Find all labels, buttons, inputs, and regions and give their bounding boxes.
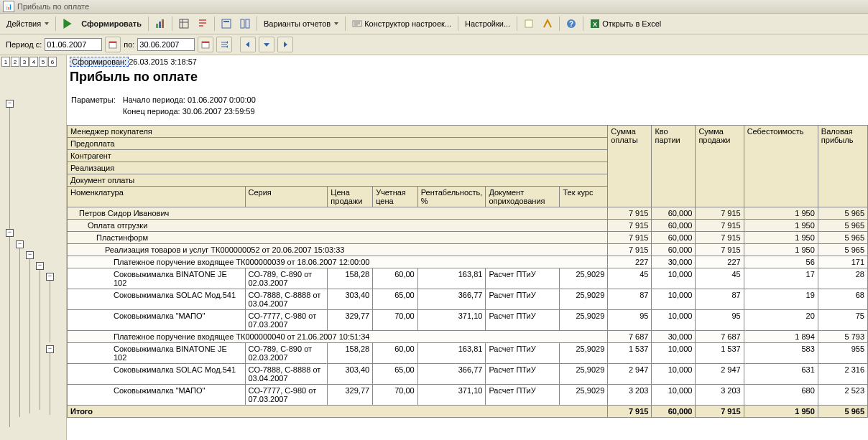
calendar-to-icon[interactable] — [198, 37, 213, 52]
actions-menu[interactable]: Действия — [3, 15, 52, 32]
chart-icon[interactable] — [152, 15, 169, 32]
tool-icon-3[interactable] — [218, 15, 235, 32]
report-table: Менеджер покупателя Сумма оплаты Кво пар… — [67, 125, 868, 418]
total-row: Итого7 91560,0007 9151 9505 965 — [68, 406, 868, 418]
detail-row[interactable]: Соковыжималка BINATONE JE 102CO-789, C-8… — [68, 343, 868, 364]
collapse-handle[interactable]: − — [26, 251, 34, 259]
tool-icon-5[interactable] — [520, 15, 537, 32]
dropdown-arrow-icon — [45, 22, 49, 25]
outline-gutter: 1 2 3 4 5 6 − − − − − − − — [0, 55, 67, 440]
dropdown-arrow-icon — [334, 22, 338, 25]
col-doc-in: Документ оприходования — [486, 187, 560, 207]
collapse-handle[interactable]: − — [16, 240, 24, 248]
outline-level-4[interactable]: 4 — [29, 57, 38, 67]
window-title-text: Прибыль по оплате — [17, 2, 89, 11]
svg-rect-0 — [156, 24, 158, 28]
col-group-realization: Реализация — [68, 162, 608, 174]
col-nomen: Номенклатура — [68, 187, 246, 207]
col-group-prepay: Предоплата — [68, 138, 608, 150]
svg-rect-4 — [222, 19, 231, 28]
report-body: Сформирован:26.03.2015 3:18:57 Прибыль п… — [67, 55, 868, 440]
group-row[interactable]: Петров Сидор Иванович7 91560,0007 9151 9… — [68, 207, 868, 220]
settings-button[interactable]: Настройки... — [461, 15, 514, 32]
svg-rect-5 — [223, 21, 229, 22]
period-select-icon[interactable] — [216, 37, 232, 52]
tool-icon-1[interactable] — [175, 15, 193, 32]
period-toolbar: Период с: по: — [0, 34, 868, 55]
formed-badge: Сформирован: — [70, 57, 129, 67]
col-gross: Валовая прибыль — [818, 126, 867, 207]
tool-icon-2[interactable] — [194, 15, 211, 32]
col-sum-pay: Сумма оплаты — [608, 126, 652, 207]
calendar-from-icon[interactable] — [105, 37, 121, 52]
detail-row[interactable]: Соковыжималка "МАПО"CO-7777, C-980 от 07… — [68, 310, 868, 331]
outline-level-3[interactable]: 3 — [20, 57, 29, 67]
col-series: Серия — [245, 187, 328, 207]
svg-text:?: ? — [569, 20, 573, 28]
detail-row[interactable]: Соковыжималка SOLAC Мод.541CO-7888, C-88… — [68, 364, 868, 385]
window-titlebar: 📊 Прибыль по оплате — [0, 0, 868, 14]
period-prev-icon[interactable] — [240, 37, 256, 52]
report-title: Прибыль по оплате — [70, 70, 865, 85]
period-down-icon[interactable] — [259, 37, 274, 52]
period-next-icon[interactable] — [277, 37, 293, 52]
outline-level-6[interactable]: 6 — [48, 57, 57, 67]
detail-row[interactable]: Соковыжималка SOLAC Мод.541CO-7888, C-88… — [68, 289, 868, 310]
col-price-acc: Учетная цена — [373, 187, 418, 207]
col-group-contractor: Контрагент — [68, 150, 608, 162]
play-icon[interactable] — [59, 15, 76, 32]
outline-level-1[interactable]: 1 — [1, 57, 10, 67]
open-excel-button[interactable]: XОткрыть в Excel — [586, 15, 665, 32]
tool-icon-6[interactable] — [539, 15, 556, 32]
svg-rect-2 — [162, 19, 164, 28]
collapse-handle[interactable]: − — [46, 345, 54, 353]
group-row[interactable]: Платежное поручение входящее ТК000000040… — [68, 331, 868, 343]
group-row[interactable]: Платежное поручение входящее ТК000000039… — [68, 256, 868, 268]
collapse-handle[interactable]: − — [36, 262, 44, 270]
collapse-handle[interactable]: − — [6, 100, 14, 108]
svg-rect-17 — [202, 42, 209, 43]
period-to-label: по: — [124, 40, 134, 49]
col-cost: Себестоимость — [744, 126, 818, 207]
detail-row[interactable]: Соковыжималка "МАПО"CO-7777, C-980 от 07… — [68, 385, 868, 406]
group-row[interactable]: Пластинформ7 91560,0007 9151 9505 965 — [68, 232, 868, 244]
svg-rect-15 — [109, 42, 116, 43]
col-profitability: Рентабельность, % — [417, 187, 486, 207]
col-rate: Тек курс — [560, 187, 608, 207]
collapse-handle[interactable]: − — [46, 273, 54, 281]
form-button[interactable]: Сформировать — [78, 15, 145, 32]
report-params: Параметры:Начало периода: 01.06.2007 0:0… — [70, 93, 263, 118]
constructor-button[interactable]: Конструктор настроек... — [348, 15, 455, 32]
col-price-sale: Цена продажи — [328, 187, 373, 207]
main-toolbar: Действия Сформировать Варианты отчетов К… — [0, 14, 868, 34]
outline-level-5[interactable]: 5 — [39, 57, 47, 67]
svg-text:X: X — [593, 21, 597, 28]
collapse-handle[interactable]: − — [6, 229, 14, 237]
app-icon: 📊 — [3, 1, 14, 12]
col-sum-sale: Сумма продажи — [696, 126, 744, 207]
col-group-manager: Менеджер покупателя — [68, 126, 608, 138]
group-row[interactable]: Реализация товаров и услуг ТК000000052 о… — [68, 244, 868, 256]
period-to-input[interactable] — [137, 38, 195, 51]
svg-rect-9 — [525, 20, 532, 27]
help-icon[interactable]: ? — [563, 15, 580, 32]
col-qty: Кво партии — [652, 126, 696, 207]
svg-rect-3 — [180, 19, 188, 28]
report-variants-menu[interactable]: Варианты отчетов — [260, 15, 342, 32]
svg-rect-1 — [159, 22, 161, 28]
period-from-input[interactable] — [45, 38, 102, 51]
col-group-paydoc: Документ оплаты — [68, 174, 608, 187]
report-area: 1 2 3 4 5 6 − − − − − − − Сформирован:26… — [0, 55, 868, 440]
detail-row[interactable]: Соковыжималка BINATONE JE 102CO-789, C-8… — [68, 268, 868, 289]
tool-icon-4[interactable] — [236, 15, 254, 32]
svg-rect-6 — [241, 19, 244, 28]
svg-rect-7 — [246, 19, 249, 28]
group-row[interactable]: Оплата отгрузки7 91560,0007 9151 9505 96… — [68, 220, 868, 232]
period-from-label: Период с: — [6, 40, 42, 49]
outline-level-2[interactable]: 2 — [11, 57, 19, 67]
